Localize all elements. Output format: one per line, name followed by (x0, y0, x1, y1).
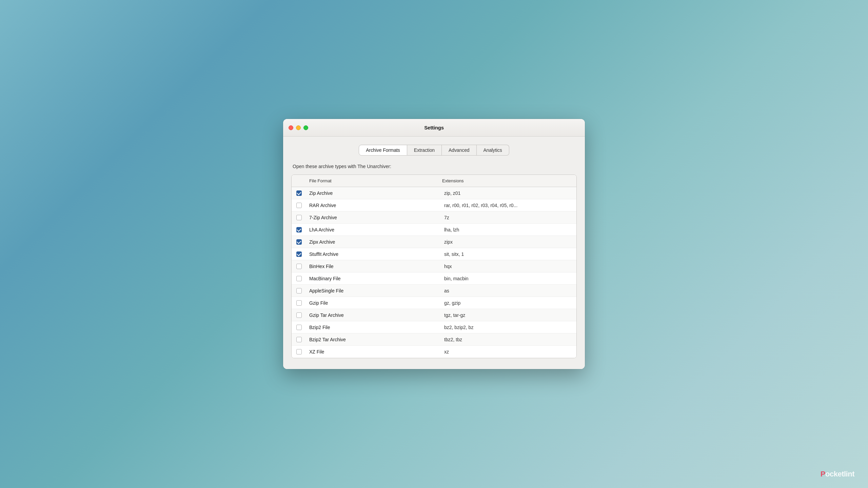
format-name: Bzip2 File (307, 322, 441, 333)
format-checkbox-stuffit[interactable] (296, 251, 302, 257)
table-row: Gzip File gz, gzip (292, 297, 576, 309)
extensions-value: tgz, tar-gz (441, 310, 576, 321)
checkbox-cell (292, 300, 307, 306)
format-checkbox-binhex[interactable] (296, 264, 302, 269)
minimize-button[interactable] (296, 125, 301, 130)
format-checkbox-bzip2[interactable] (296, 325, 302, 330)
settings-window: Settings Archive Formats Extraction Adva… (283, 119, 585, 369)
table-row: BinHex File hqx (292, 260, 576, 272)
format-checkbox-xz[interactable] (296, 349, 302, 354)
format-name: 7-Zip Archive (307, 212, 441, 223)
table-row: StuffIt Archive sit, sitx, 1 (292, 248, 576, 260)
checkbox-cell (292, 203, 307, 208)
format-checkbox-zipx[interactable] (296, 239, 302, 245)
table-header: File Format Extensions (292, 175, 576, 187)
section-description: Open these archive types with The Unarch… (291, 164, 577, 169)
table-row: Gzip Tar Archive tgz, tar-gz (292, 309, 576, 321)
format-name: MacBinary File (307, 273, 441, 284)
column-header-file-format: File Format (307, 178, 439, 184)
table-row: XZ File xz (292, 346, 576, 358)
close-button[interactable] (289, 125, 293, 130)
format-checkbox-applesingle[interactable] (296, 288, 302, 293)
table-row: Zip Archive zip, z01 (292, 187, 576, 199)
format-name: Zip Archive (307, 188, 441, 199)
format-checkbox-7zip[interactable] (296, 215, 302, 220)
checkbox-cell (292, 227, 307, 232)
format-checkbox-gzip-tar[interactable] (296, 312, 302, 318)
formats-table: File Format Extensions Zip Archive zip, … (291, 175, 577, 358)
format-name: Gzip File (307, 298, 441, 308)
extensions-value: bin, macbin (441, 273, 576, 284)
table-row: Bzip2 File bz2, bzip2, bz (292, 321, 576, 333)
checkbox-cell (292, 239, 307, 245)
extensions-value: hqx (441, 261, 576, 272)
format-checkbox-rar[interactable] (296, 203, 302, 208)
maximize-button[interactable] (303, 125, 308, 130)
format-checkbox-macbinary[interactable] (296, 276, 302, 281)
titlebar: Settings (283, 119, 585, 137)
format-checkbox-lha[interactable] (296, 227, 302, 232)
tab-advanced[interactable]: Advanced (442, 145, 476, 156)
extensions-value: lha, lzh (441, 224, 576, 235)
extensions-value: as (441, 285, 576, 296)
checkbox-cell (292, 264, 307, 269)
column-header-extensions: Extensions (439, 178, 572, 184)
extensions-value: bz2, bzip2, bz (441, 322, 576, 333)
format-name: XZ File (307, 346, 441, 357)
checkbox-cell (292, 325, 307, 330)
checkbox-cell (292, 190, 307, 196)
format-name: LhA Archive (307, 224, 441, 235)
format-checkbox-bzip2-tar[interactable] (296, 337, 302, 342)
tab-extraction[interactable]: Extraction (407, 145, 442, 156)
extensions-value: zip, z01 (441, 188, 576, 199)
traffic-lights (289, 125, 308, 130)
extensions-value: tbz2, tbz (441, 334, 576, 345)
format-name: Zipx Archive (307, 237, 441, 247)
extensions-value: rar, r00, r01, r02, r03, r04, r05, r0... (441, 200, 576, 211)
table-row: MacBinary File bin, macbin (292, 272, 576, 285)
format-name: Gzip Tar Archive (307, 310, 441, 321)
extensions-value: zipx (441, 237, 576, 247)
extensions-value: 7z (441, 212, 576, 223)
table-row: Zipx Archive zipx (292, 236, 576, 248)
checkbox-cell (292, 337, 307, 342)
extensions-value: gz, gzip (441, 298, 576, 308)
window-title: Settings (424, 125, 444, 130)
checkbox-cell (292, 312, 307, 318)
checkbox-cell (292, 288, 307, 293)
format-name: StuffIt Archive (307, 249, 441, 260)
extensions-value: xz (441, 346, 576, 357)
table-row: LhA Archive lha, lzh (292, 224, 576, 236)
tab-archive-formats[interactable]: Archive Formats (359, 145, 407, 156)
pocketlint-logo: Pocketlint (821, 470, 854, 479)
table-row: 7-Zip Archive 7z (292, 211, 576, 224)
checkbox-cell (292, 276, 307, 281)
table-row: AppleSingle File as (292, 285, 576, 297)
tab-analytics[interactable]: Analytics (477, 145, 509, 156)
content-area: Archive Formats Extraction Advanced Anal… (283, 137, 585, 369)
format-checkbox-gzip[interactable] (296, 300, 302, 306)
tab-bar: Archive Formats Extraction Advanced Anal… (291, 145, 577, 156)
format-name: Bzip2 Tar Archive (307, 334, 441, 345)
extensions-value: sit, sitx, 1 (441, 249, 576, 260)
table-row: Bzip2 Tar Archive tbz2, tbz (292, 333, 576, 346)
pocketlint-accent: P (821, 470, 825, 478)
checkbox-cell (292, 215, 307, 220)
pocketlint-text: ocketlint (825, 470, 854, 478)
table-row: RAR Archive rar, r00, r01, r02, r03, r04… (292, 199, 576, 211)
checkbox-cell (292, 349, 307, 354)
format-name: AppleSingle File (307, 285, 441, 296)
format-name: BinHex File (307, 261, 441, 272)
format-name: RAR Archive (307, 200, 441, 211)
format-checkbox-zip[interactable] (296, 190, 302, 196)
checkbox-cell (292, 251, 307, 257)
